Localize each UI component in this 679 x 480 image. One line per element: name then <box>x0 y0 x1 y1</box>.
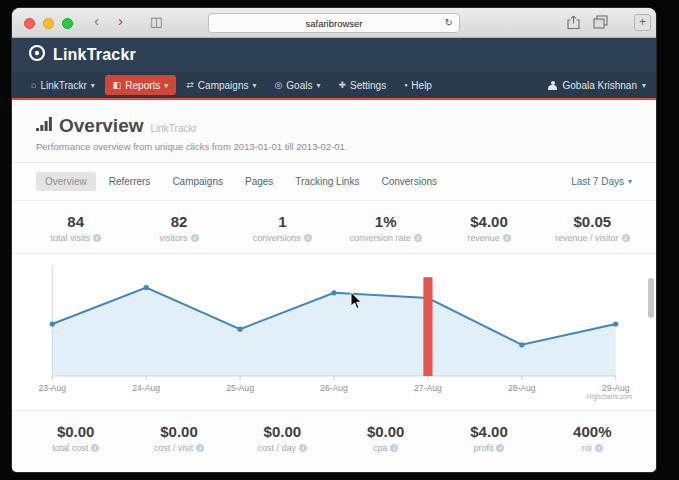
chart-canvas: 23-Aug24-Aug25-Aug26-Aug27-Aug28-Aug29-A… <box>32 260 636 408</box>
stat-label-text: total visits <box>50 233 90 243</box>
brand-name: LinkTrackr <box>53 46 136 64</box>
stat-cost-day: $0.00cost / dayi <box>231 423 334 453</box>
stat-label: profiti <box>437 443 540 453</box>
nav-item-linktrackr[interactable]: ⌂LinkTrackr▾ <box>23 75 103 95</box>
url-text: safaribrowser <box>209 18 459 29</box>
info-icon[interactable]: i <box>196 444 204 452</box>
info-icon[interactable]: i <box>91 444 99 452</box>
info-icon[interactable]: i <box>304 234 312 242</box>
tab-pages[interactable]: Pages <box>236 172 282 191</box>
stat-label-text: conversion rate <box>349 233 411 243</box>
stat-label: revenue / visitori <box>541 233 644 243</box>
zoom-window-button[interactable] <box>62 18 73 29</box>
help-icon: ▪ <box>404 80 407 90</box>
stat-label-text: cost / visit <box>154 443 194 453</box>
new-tab-button[interactable]: + <box>634 14 651 31</box>
page-content: Overview LinkTrackr Performance overview… <box>12 100 656 472</box>
tab-overview-icon[interactable] <box>593 15 608 33</box>
info-icon[interactable]: i <box>503 234 511 242</box>
stat-label-text: revenue <box>467 233 500 243</box>
reports-icon: ◧ <box>113 80 122 90</box>
tab-conversions[interactable]: Conversions <box>372 172 446 191</box>
stat-cost-visit: $0.00cost / visiti <box>127 423 230 453</box>
info-icon[interactable]: i <box>191 234 199 242</box>
chevron-down-icon: ▾ <box>164 81 168 90</box>
stat-label-text: roi <box>582 443 592 453</box>
share-icon[interactable] <box>567 15 580 34</box>
stat-revenue: $4.00revenuei <box>437 213 540 243</box>
address-bar[interactable]: safaribrowser ↻ <box>208 13 460 33</box>
reload-icon[interactable]: ↻ <box>445 17 453 28</box>
page-title-suffix: LinkTrackr <box>151 123 197 134</box>
main-nav: ⌂LinkTrackr▾◧Reports▾⇄Campaigns▾◎Goals▾✚… <box>12 72 656 98</box>
stat-label: cost / visiti <box>127 443 230 453</box>
settings-wrench-icon: ✚ <box>338 80 346 90</box>
stat-value: $0.00 <box>231 423 334 440</box>
nav-item-campaigns[interactable]: ⇄Campaigns▾ <box>178 75 264 95</box>
visits-chart: 23-Aug24-Aug25-Aug26-Aug27-Aug28-Aug29-A… <box>12 253 656 411</box>
user-icon <box>548 81 557 90</box>
data-marker-25-Aug <box>237 327 242 332</box>
info-icon[interactable]: i <box>622 234 630 242</box>
x-tick-label: 29-Aug <box>602 383 630 393</box>
stat-roi: 400%roii <box>541 423 644 453</box>
page-title: Overview <box>59 115 144 137</box>
tab-overview[interactable]: Overview <box>36 172 96 191</box>
stats-row-top: 84total visitsi82visitorsi1conversionsi1… <box>12 201 656 253</box>
x-tick-label: 27-Aug <box>414 383 442 393</box>
info-icon[interactable]: i <box>595 444 603 452</box>
scrollbar-thumb[interactable] <box>648 278 654 318</box>
tab-campaigns[interactable]: Campaigns <box>163 172 232 191</box>
data-marker-24-Aug <box>144 285 149 290</box>
mouse-cursor <box>350 292 364 310</box>
user-name: Gobala Krishnan <box>562 80 637 91</box>
info-icon[interactable]: i <box>390 444 398 452</box>
x-tick-label: 28-Aug <box>508 383 536 393</box>
page-subtitle: Performance overview from unique clicks … <box>36 141 632 152</box>
x-tick-label: 24-Aug <box>132 383 160 393</box>
nav-item-label: Reports <box>125 80 160 91</box>
stat-profit: $4.00profiti <box>437 423 540 453</box>
data-marker-26-Aug <box>331 290 336 295</box>
date-range-selector[interactable]: Last 7 Days ▾ <box>571 176 632 187</box>
stat-value: $4.00 <box>437 423 540 440</box>
stat-revenue-visitor: $0.05revenue / visitori <box>541 213 644 243</box>
stat-label: conversion ratei <box>334 233 437 243</box>
stat-value: $0.00 <box>334 423 437 440</box>
stat-label-text: cpa <box>373 443 388 453</box>
info-icon[interactable]: i <box>93 234 101 242</box>
stat-value: 84 <box>24 213 127 230</box>
info-icon[interactable]: i <box>496 444 504 452</box>
stat-label-text: conversions <box>253 233 301 243</box>
stat-value: 82 <box>127 213 230 230</box>
nav-item-reports[interactable]: ◧Reports▾ <box>105 75 177 95</box>
nav-item-label: Help <box>411 80 432 91</box>
minimize-window-button[interactable] <box>43 18 54 29</box>
stats-row-bottom: $0.00total costi$0.00cost / visiti$0.00c… <box>12 411 656 463</box>
page-header: Overview LinkTrackr Performance overview… <box>12 100 656 163</box>
highlight-column-27-Aug <box>423 277 432 376</box>
user-menu[interactable]: Gobala Krishnan ▾ <box>548 80 646 91</box>
nav-item-settings[interactable]: ✚Settings <box>330 75 394 95</box>
stat-label: roii <box>541 443 644 453</box>
tab-tracking-links[interactable]: Tracking Links <box>286 172 368 191</box>
stat-conversions: 1conversionsi <box>231 213 334 243</box>
data-marker-29-Aug <box>613 321 618 326</box>
tab-referrers[interactable]: Referrers <box>100 172 160 191</box>
browser-chrome: ‹ › ◫ safaribrowser ↻ + <box>12 8 656 38</box>
stat-total-visits: 84total visitsi <box>24 213 127 243</box>
info-icon[interactable]: i <box>414 234 422 242</box>
stat-label-text: total cost <box>52 443 88 453</box>
info-icon[interactable]: i <box>299 444 307 452</box>
close-window-button[interactable] <box>24 18 35 29</box>
stat-label: conversionsi <box>231 233 334 243</box>
date-range-label: Last 7 Days <box>571 176 624 187</box>
back-button[interactable]: ‹ <box>94 12 99 29</box>
stat-value: $0.00 <box>127 423 230 440</box>
nav-item-goals[interactable]: ◎Goals▾ <box>266 75 328 95</box>
forward-button[interactable]: › <box>118 12 123 29</box>
nav-item-help[interactable]: ▪Help <box>396 75 440 95</box>
stat-label-text: revenue / visitor <box>555 233 619 243</box>
sidebar-toggle-icon[interactable]: ◫ <box>150 14 162 29</box>
data-marker-28-Aug <box>519 342 524 347</box>
